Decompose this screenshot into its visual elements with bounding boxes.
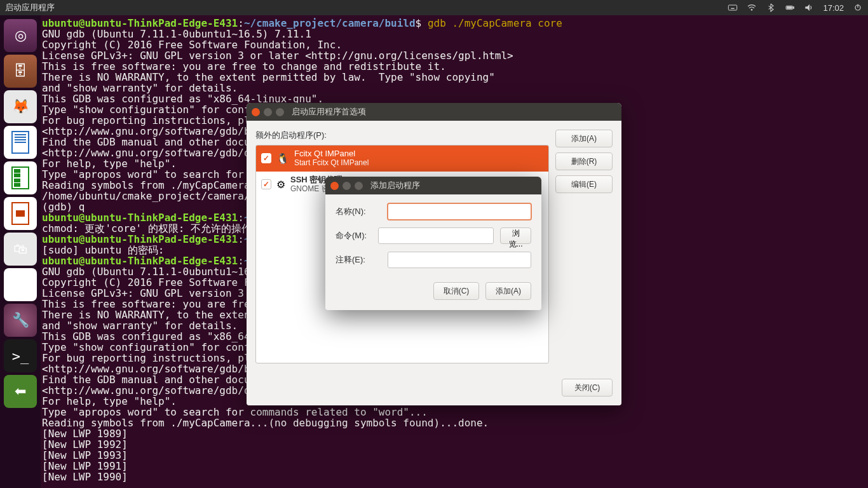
wifi-icon[interactable] — [747, 3, 757, 13]
dash-icon: ◎ — [15, 27, 27, 44]
list-item-sub: Start Fcitx Qt IMPanel — [294, 159, 369, 168]
terminal-icon: >_ — [12, 348, 29, 364]
calc-icon — [11, 166, 29, 189]
add-startup-dialog: 添加启动程序 名称(N): 命令(M): 浏览... 注释(E): 取消(C) … — [325, 177, 541, 310]
settings-icon: 🔧 — [12, 312, 29, 329]
edit-button[interactable]: 编辑(E) — [555, 175, 613, 193]
name-field[interactable] — [388, 203, 531, 220]
launcher-dash[interactable]: ◎ — [4, 19, 37, 52]
volume-icon[interactable] — [804, 3, 814, 13]
command-field[interactable] — [378, 227, 494, 244]
launcher-impress[interactable] — [4, 197, 37, 230]
add-dialog-title: 添加启动程序 — [370, 180, 420, 191]
launcher-calc[interactable] — [4, 161, 37, 194]
store-icon: 🛍 — [13, 241, 27, 257]
maximize-icon[interactable] — [276, 108, 284, 116]
list-item-name: Fcitx Qt IMPanel — [294, 149, 369, 159]
minimize-icon[interactable] — [342, 182, 351, 190]
maximize-icon[interactable] — [355, 182, 363, 190]
writer-icon — [11, 131, 29, 154]
svg-rect-0 — [729, 5, 737, 10]
cancel-button[interactable]: 取消(C) — [433, 282, 479, 300]
checkbox-icon[interactable] — [261, 153, 271, 163]
launcher-software[interactable]: 🛍 — [4, 233, 37, 266]
launcher-show-desktop[interactable]: ⬅ — [4, 375, 37, 408]
clock[interactable]: 17:02 — [823, 3, 844, 13]
keyboard-icon[interactable] — [728, 3, 738, 13]
minimize-icon[interactable] — [264, 108, 272, 116]
firefox-icon: 🦊 — [12, 98, 29, 115]
svg-rect-8 — [794, 7, 794, 9]
files-icon: 🗄 — [13, 63, 27, 79]
close-icon[interactable] — [330, 182, 339, 190]
remove-button[interactable]: 删除(R) — [555, 152, 613, 170]
comment-label: 注释(E): — [336, 254, 381, 266]
close-button[interactable]: 关闭(C) — [562, 379, 613, 396]
impress-icon — [11, 202, 29, 225]
launcher-amazon[interactable]: a — [4, 268, 37, 301]
svg-rect-9 — [787, 7, 792, 9]
name-label: 名称(N): — [336, 206, 381, 217]
checkbox-icon[interactable] — [261, 179, 271, 189]
command-label: 命令(M): — [336, 230, 372, 241]
menubar-app-title: 启动应用程序 — [5, 2, 55, 13]
top-menubar: 启动应用程序 17:02 — [0, 0, 868, 15]
confirm-add-button[interactable]: 添加(A) — [485, 282, 531, 300]
list-item[interactable]: 🐧 Fcitx Qt IMPanel Start Fcitx Qt IMPane… — [256, 146, 548, 172]
unity-launcher: ◎ 🗄 🦊 🛍 a 🔧 >_ ⬅ — [0, 15, 41, 488]
svg-point-6 — [751, 9, 752, 10]
launcher-files[interactable]: 🗄 — [4, 55, 37, 88]
system-tray: 17:02 — [728, 3, 863, 13]
session-icon[interactable] — [853, 3, 863, 13]
comment-field[interactable] — [388, 252, 531, 268]
launcher-firefox[interactable]: 🦊 — [4, 90, 37, 123]
launcher-terminal[interactable]: >_ — [4, 339, 37, 372]
pref-window-title: 启动应用程序首选项 — [292, 106, 366, 118]
add-dialog-titlebar[interactable]: 添加启动程序 — [325, 177, 541, 194]
startup-list-label: 额外的启动程序(P): — [255, 130, 549, 141]
pref-titlebar[interactable]: 启动应用程序首选项 — [247, 103, 621, 121]
bluetooth-icon[interactable] — [766, 3, 776, 13]
app-icon: 🐧 — [276, 152, 289, 165]
amazon-icon: a — [17, 276, 24, 293]
launcher-settings[interactable]: 🔧 — [4, 304, 37, 337]
show-desktop-icon: ⬅ — [15, 383, 26, 400]
launcher-writer[interactable] — [4, 126, 37, 159]
browse-button[interactable]: 浏览... — [500, 227, 531, 244]
app-icon: ⚙ — [276, 179, 285, 191]
battery-icon[interactable] — [785, 3, 795, 13]
add-button[interactable]: 添加(A) — [555, 130, 613, 147]
close-icon[interactable] — [252, 108, 260, 116]
